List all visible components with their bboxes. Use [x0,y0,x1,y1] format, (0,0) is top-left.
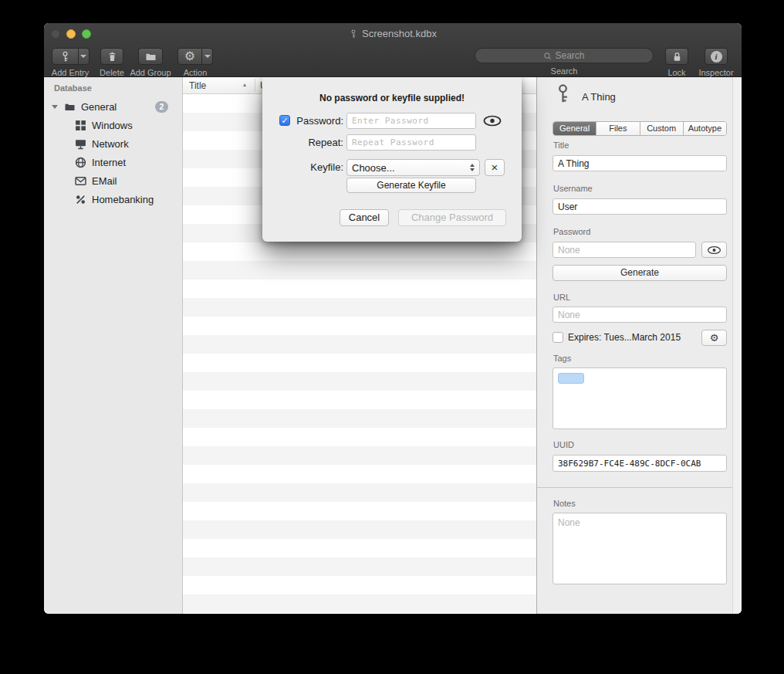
search-label: Search [551,66,578,76]
change-password-dialog: No password or keyfile supplied! ✓ Passw… [262,77,522,242]
tab-general[interactable]: General [553,122,596,135]
notes-label: Notes [553,499,576,508]
eye-icon [707,246,721,255]
action-label: Action [184,68,208,77]
delete-label: Delete [100,68,124,77]
reveal-password-button[interactable] [483,115,502,127]
sidebar-item-label: General [81,101,117,113]
document-key-icon [349,29,358,39]
sidebar-item-label: Windows [92,120,133,131]
cancel-button[interactable]: Cancel [340,209,389,226]
dialog-password-input[interactable] [346,113,476,129]
window-title: Screenshot.kdbx [44,28,742,39]
add-entry-label: Add Entry [52,68,89,77]
clear-keyfile-button[interactable]: × [485,159,505,176]
gear-icon: ⚙ [710,333,719,343]
app-window: Screenshot.kdbx Add Entry Delete Add [44,23,742,614]
sidebar-item-internet[interactable]: Internet [44,153,182,171]
dialog-repeat-label: Repeat: [262,134,343,151]
group-count-badge: 2 [155,101,168,113]
add-group-label: Add Group [130,68,171,77]
action-toolbar-item: ⚙ Action [175,48,215,77]
sidebar-item-label: EMail [92,175,117,187]
username-field-label: Username [553,184,593,193]
title-field-label: Title [553,141,569,150]
expires-settings-button[interactable]: ⚙ [701,330,727,346]
sidebar-item-email[interactable]: EMail [44,171,182,190]
add-group-button[interactable] [138,48,163,65]
change-password-button[interactable]: Change Password [398,209,506,226]
percent-icon [75,194,86,205]
windows-icon [75,120,86,131]
generate-password-button[interactable]: Generate [553,265,727,281]
delete-button[interactable] [100,48,123,65]
expires-checkbox[interactable] [553,332,563,343]
dialog-message: No password or keyfile supplied! [262,93,522,103]
search-icon [543,52,552,60]
column-header-title[interactable]: Title [189,80,206,91]
key-icon [59,51,71,63]
keyfile-popup-value: Choose... [352,162,395,174]
generate-keyfile-button[interactable]: Generate Keyfile [346,178,476,193]
uuid-label: UUID [553,440,574,449]
action-button[interactable]: ⚙ [177,48,202,65]
url-field[interactable] [553,307,727,323]
network-icon [75,138,86,150]
sidebar-item-network[interactable]: Network [44,134,182,153]
expires-row: Expires: Tues...March 2015 [553,332,681,343]
sidebar-item-homebanking[interactable]: Homebanking [44,190,182,208]
password-field[interactable] [553,242,696,258]
inspector-toolbar-item: i Inspector [694,48,738,77]
lock-label: Lock [667,68,685,77]
reveal-password-button[interactable] [701,242,727,258]
search-input[interactable]: Search [475,48,654,63]
lock-button[interactable] [665,48,688,65]
add-entry-dropdown-button[interactable] [78,48,90,65]
delete-toolbar-item: Delete [98,48,126,77]
search-placeholder: Search [555,50,584,61]
search-toolbar-item: Search Search [475,48,654,76]
sidebar-item-label: Homebanking [92,194,154,205]
sidebar-item-windows[interactable]: Windows [44,116,182,134]
tab-custom[interactable]: Custom [640,122,683,135]
close-icon: × [492,161,498,174]
inspector-tabs: General Files Custom Autotype [553,121,727,136]
entry-title-heading: A Thing [582,91,616,103]
action-dropdown-button[interactable] [201,48,213,65]
tags-field[interactable] [553,367,727,429]
tag-token[interactable] [558,373,584,384]
trash-icon [106,51,118,63]
folder-icon [64,101,76,113]
entry-key-icon [553,83,573,107]
dialog-repeat-input[interactable] [346,134,476,151]
add-entry-button[interactable] [52,48,79,65]
sort-ascending-icon: ▴ [243,81,246,88]
add-entry-toolbar-item: Add Entry [47,48,93,77]
column-divider[interactable] [255,79,255,92]
notes-placeholder: None [558,517,580,528]
title-field[interactable] [553,155,727,171]
password-field-label: Password [553,227,590,236]
tab-autotype[interactable]: Autotype [683,122,726,135]
disclosure-triangle-icon[interactable] [52,105,58,109]
dialog-password-label: Password: [262,113,343,129]
add-group-toolbar-item: Add Group [127,48,174,77]
eye-icon [483,115,502,127]
tags-label: Tags [553,354,571,363]
inspector-label: Inspector [698,68,733,77]
chevron-down-icon [80,55,86,58]
info-icon: i [711,51,722,63]
keyfile-popup-button[interactable]: Choose... [346,159,480,176]
sidebar-item-label: Internet [92,157,126,168]
notes-field[interactable]: None [553,513,727,584]
inspector-button[interactable]: i [705,48,728,65]
lock-toolbar-item: Lock [661,48,692,77]
username-field[interactable] [553,198,727,215]
sidebar-item-general[interactable]: General 2 [44,97,182,116]
chevron-down-icon [204,55,211,58]
uuid-field[interactable] [553,455,727,472]
group-tree: General 2 Windows Network Internet [44,97,182,208]
tab-files[interactable]: Files [596,122,639,135]
inspector-scrollbar[interactable] [732,77,742,614]
inspector-panel: A Thing General Files Custom Autotype Ti… [536,77,742,614]
